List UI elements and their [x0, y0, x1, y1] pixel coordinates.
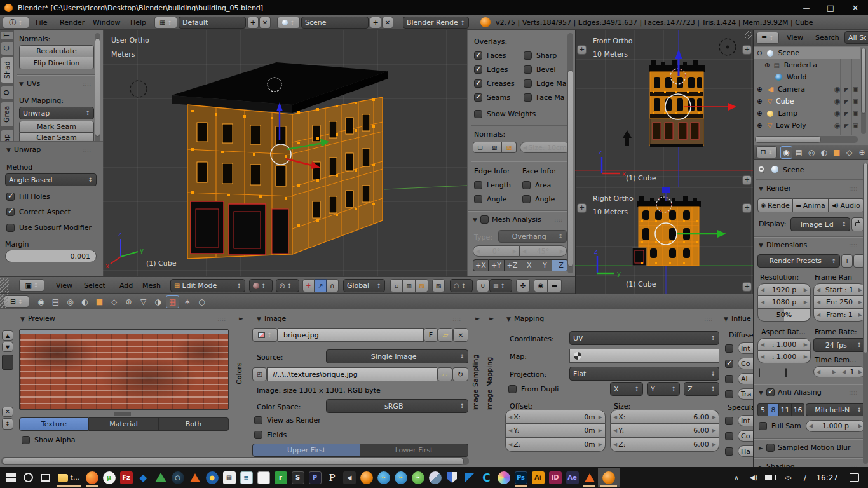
specular-hardness-checkbox[interactable]: [725, 447, 733, 456]
tray-volume-icon[interactable]: ◀): [745, 468, 762, 487]
full-sample-checkbox[interactable]: [759, 422, 767, 430]
axis-plus-x-button[interactable]: +X: [473, 259, 489, 271]
tab-modifiers[interactable]: ⊕: [122, 295, 135, 308]
utorrent-button[interactable]: µ: [100, 468, 118, 487]
task-view-button[interactable]: [37, 468, 54, 487]
properties-scrollbar[interactable]: [863, 163, 868, 464]
face-mark-checkbox[interactable]: [524, 93, 532, 102]
collapse-expander-icon[interactable]: ⊕: [757, 98, 762, 105]
edges-checkbox[interactable]: [474, 65, 482, 74]
size-y-stepper[interactable]: ◀Y:6.00▶: [610, 424, 719, 438]
menu-window[interactable]: Window: [93, 18, 120, 27]
border-checkbox[interactable]: [759, 368, 760, 377]
renderability-camera-icon[interactable]: ▣: [853, 110, 858, 117]
time-remap-new-stepper[interactable]: ◀1▶: [839, 366, 865, 377]
render-panel-header[interactable]: ▼Render: [759, 184, 791, 193]
analysis-type-select[interactable]: Overhang↕: [498, 230, 567, 243]
diffuse-color-checkbox[interactable]: [725, 360, 733, 368]
size-z-stepper[interactable]: ◀Z:6.00▶: [610, 438, 719, 452]
axis-plus-z-button[interactable]: +Z: [505, 259, 520, 271]
toolshelf-tab-grease[interactable]: Grea: [0, 102, 13, 127]
influence-panel-header[interactable]: ▼Influe: [724, 315, 751, 323]
faces-checkbox[interactable]: [474, 51, 482, 60]
tab-object[interactable]: ■: [93, 295, 106, 308]
dimensions-panel-header[interactable]: ▼Dimensions: [759, 241, 807, 249]
seams-checkbox[interactable]: [474, 93, 482, 102]
mesh-analysis-header[interactable]: ▼Mesh Analysis: [473, 215, 541, 224]
toolshelf-tab-shading[interactable]: Shad: [0, 57, 13, 83]
selectability-cursor-icon[interactable]: ◤: [844, 111, 849, 117]
uv-map-field[interactable]: [569, 349, 719, 363]
vlc-2-button[interactable]: [581, 468, 598, 487]
edge-select-mode[interactable]: ▥: [403, 279, 416, 292]
render-audio-button[interactable]: ◀)Audio: [829, 198, 864, 212]
aa-samples-8[interactable]: 8: [768, 403, 779, 416]
aa-samples-5[interactable]: 5: [757, 403, 768, 416]
bevel-checkbox[interactable]: [524, 65, 532, 74]
menu-select[interactable]: Select: [84, 281, 105, 290]
outliner-row-cube[interactable]: ⊕ ▽ Cube ◉ ◤ ▣: [754, 95, 860, 107]
normals-size-stepper[interactable]: ◀Size: 10cm▶: [520, 142, 571, 153]
opengl-render-button[interactable]: ◉: [534, 279, 548, 292]
colors-collapse-icon[interactable]: ►: [239, 315, 243, 322]
image-sampling-panel-tab[interactable]: Image Sampling: [471, 329, 480, 411]
visibility-eye-icon[interactable]: ◉: [834, 97, 841, 105]
indesign-button[interactable]: ID: [546, 468, 564, 487]
renderability-camera-icon[interactable]: ▣: [853, 86, 858, 93]
texture-editor-hscrollbar[interactable]: [1, 458, 469, 465]
crop-checkbox[interactable]: [785, 368, 787, 377]
panel-grip[interactable]: ::::: [704, 315, 712, 322]
browse-path-button[interactable]: ▱: [437, 367, 452, 381]
mode-select[interactable]: ▦Edit Mode↕: [170, 279, 245, 292]
angle-min-stepper[interactable]: ◀0°▶: [473, 245, 520, 257]
show-alpha-checkbox[interactable]: [22, 436, 30, 444]
specular-color-checkbox[interactable]: [725, 432, 733, 440]
sharp-checkbox[interactable]: [524, 51, 532, 60]
green-bird-app-button[interactable]: ~: [409, 468, 426, 487]
tray-clock[interactable]: 16:27: [816, 473, 838, 482]
lock-interface-button[interactable]: [851, 217, 864, 231]
orientation-select[interactable]: Global↕: [343, 279, 385, 292]
tab-scene[interactable]: ◎: [64, 295, 77, 308]
manipulator-axes-toggle[interactable]: +: [302, 279, 315, 292]
diffuse-color-slider[interactable]: Co: [738, 358, 753, 369]
edge-angle-checkbox[interactable]: [474, 195, 482, 203]
pin-icon[interactable]: [759, 166, 764, 172]
tab-constraints[interactable]: ◇: [107, 295, 121, 308]
diffuse-intensity-checkbox[interactable]: [725, 344, 733, 353]
tab-world[interactable]: ◐: [78, 295, 92, 308]
render-engine-select[interactable]: Blender Render↕: [403, 17, 469, 29]
render-button[interactable]: ◉Rende: [757, 198, 793, 212]
diffuse-intensity-slider[interactable]: Int: [738, 342, 753, 354]
region-expand-button[interactable]: +: [742, 203, 752, 213]
editor-type-selector[interactable]: ⓘ↕: [3, 17, 29, 29]
screen-layout-icon-button[interactable]: ▦↕: [154, 17, 177, 29]
antialiasing-panel-header[interactable]: ▼Anti-Aliasing: [759, 388, 822, 396]
render-animation-button[interactable]: ▬Anima: [793, 198, 829, 212]
show-weights-checkbox[interactable]: [474, 110, 482, 118]
filezilla-button[interactable]: Fz: [118, 468, 135, 487]
shading-panel-header[interactable]: ►Shading: [759, 463, 795, 467]
toolshelf-tab-t[interactable]: T: [0, 31, 13, 40]
selectability-cursor-icon[interactable]: ◤: [844, 98, 849, 105]
sphere-app-button[interactable]: [426, 468, 444, 487]
delete-layout-button[interactable]: ✕: [259, 17, 271, 29]
specular-intensity-slider[interactable]: Int: [738, 415, 753, 426]
selectability-cursor-icon[interactable]: ◤: [844, 86, 849, 93]
collapse-expander-icon[interactable]: ⊕: [757, 122, 762, 129]
preview-resize-handle[interactable]: [114, 412, 131, 416]
diffuse-alpha-slider[interactable]: Al: [738, 373, 753, 384]
offset-y-stepper[interactable]: ◀Y:0m▶: [505, 424, 606, 438]
minimize-button[interactable]: —: [794, 4, 818, 12]
proportional-edit-select[interactable]: ○↕: [450, 279, 473, 292]
motion-blur-checkbox[interactable]: [766, 444, 775, 452]
image-panel-header[interactable]: ▼Image: [257, 315, 286, 323]
collapse-expander-icon[interactable]: ⊕: [764, 62, 770, 69]
bird-app-1-button[interactable]: ~: [375, 468, 392, 487]
texture-slot-delete-button[interactable]: ✕: [2, 407, 13, 417]
texture-slot-down-button[interactable]: ▼: [2, 342, 13, 352]
renderability-camera-icon[interactable]: ▣: [853, 122, 858, 129]
pixel-filter-size-stepper[interactable]: ◀1.000 p▶: [806, 420, 865, 432]
region-corner[interactable]: [745, 31, 752, 39]
frame-start-stepper[interactable]: ◀Start : 1▶: [813, 283, 865, 296]
